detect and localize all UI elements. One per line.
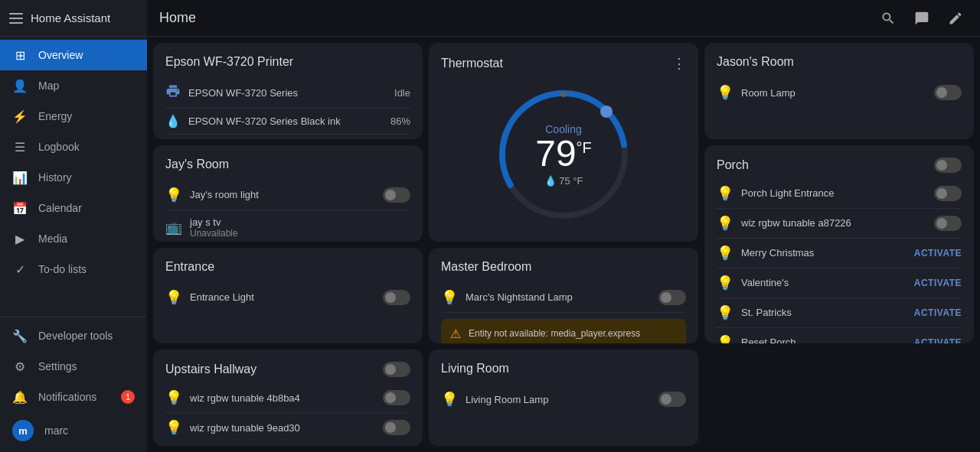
upstairs-light-1-label: wiz rgbw tunable 9ead30	[190, 422, 383, 434]
jasons-room-card: Jason's Room 💡 Room Lamp	[704, 43, 974, 139]
content-grid: Epson WF-3720 Printer EPSON WF-3720 Seri…	[147, 37, 980, 452]
living-light-toggle[interactable]	[658, 392, 686, 407]
chat-icon[interactable]	[910, 6, 934, 31]
sidebar-item-user[interactable]: m marc	[0, 412, 147, 449]
sidebar-item-label: History	[38, 171, 72, 184]
porch-light-1-toggle[interactable]	[934, 216, 962, 231]
bulb-icon-1: 💡	[717, 215, 733, 232]
sidebar-item-history[interactable]: 📊 History	[0, 162, 147, 193]
living-room-light-row-0: 💡 Living Room Lamp	[441, 385, 686, 414]
living-bulb-icon: 💡	[441, 391, 458, 408]
porch-light-5-activate[interactable]: ACTIVATE	[914, 337, 962, 344]
porch-light-row-0: 💡 Porch Light Entrance	[717, 179, 962, 209]
bulb-icon-4: 💡	[717, 304, 733, 321]
master-light-toggle[interactable]	[658, 290, 686, 305]
notifications-icon: 🔔	[12, 389, 28, 405]
thermostat-unit: °F	[577, 139, 592, 156]
notification-badge: 1	[121, 390, 135, 404]
nav-items: ⊞ Overview 👤 Map ⚡ Energy ☰ Logbook 📊 Hi…	[0, 37, 147, 317]
sidebar-item-energy[interactable]: ⚡ Energy	[0, 101, 147, 132]
porch-light-1-label: wiz rgbw tunable a87226	[741, 217, 934, 229]
jays-tv-status: Unavailable	[190, 228, 410, 239]
sidebar-item-todo[interactable]: ✓ To-do lists	[0, 254, 147, 285]
jasons-room-title: Jason's Room	[717, 55, 962, 69]
thermostat-header: Thermostat ⋮	[441, 55, 686, 72]
sidebar-bottom: 🔧 Developer tools ⚙ Settings 🔔 Notificat…	[0, 317, 147, 452]
master-bedroom-title: Master Bedroom	[441, 260, 686, 274]
bulb-icon-0: 💡	[717, 185, 733, 202]
sidebar-item-developer[interactable]: 🔧 Developer tools	[0, 320, 147, 351]
porch-light-5-label: Reset Porch	[741, 337, 914, 343]
upstairs-light-row-1: 💡 wiz rgbw tunable 9ead30	[165, 413, 410, 442]
porch-light-4-activate[interactable]: ACTIVATE	[914, 307, 962, 318]
upstairs-bulb-0: 💡	[165, 389, 182, 406]
porch-light-0-toggle[interactable]	[934, 186, 962, 201]
history-icon: 📊	[12, 170, 28, 185]
living-room-title: Living Room	[441, 362, 686, 376]
alert-text: Entity not available: media_player.expre…	[469, 328, 640, 339]
porch-light-3-activate[interactable]: ACTIVATE	[914, 278, 962, 288]
topbar: Home	[147, 0, 980, 37]
settings-icon: ⚙	[12, 359, 28, 374]
thermostat-inner: Cooling 79°F 💧 75 °F	[535, 123, 592, 187]
jays-room-card: Jay's Room 💡 Jay's room light 📺 jay s tv…	[153, 145, 423, 242]
sidebar-item-notifications[interactable]: 🔔 Notifications 1	[0, 382, 147, 412]
thermostat-card: Thermostat ⋮ Cooling 79°F	[429, 43, 698, 242]
sidebar-item-media[interactable]: ▶ Media	[0, 223, 147, 254]
sidebar-item-overview[interactable]: ⊞ Overview	[0, 40, 147, 70]
upstairs-light-0-toggle[interactable]	[383, 390, 410, 405]
porch-light-0-label: Porch Light Entrance	[741, 187, 934, 199]
porch-light-row-2: 💡 Merry Christmas ACTIVATE	[717, 239, 962, 268]
bulb-icon: 💡	[717, 84, 733, 101]
sidebar: Home Assistant ⊞ Overview 👤 Map ⚡ Energy…	[0, 0, 147, 452]
overview-icon: ⊞	[12, 47, 28, 63]
svg-point-3	[560, 91, 567, 97]
bulb-icon-3: 💡	[717, 275, 733, 291]
thermostat-target: 💧 75 °F	[535, 175, 592, 187]
living-light-label: Living Room Lamp	[466, 394, 658, 405]
sidebar-item-label: Media	[38, 233, 67, 245]
upstairs-hallway-title: Upstairs Hallway	[165, 363, 256, 376]
porch-light-row-4: 💡 St. Patricks ACTIVATE	[717, 298, 962, 328]
upstairs-light-1-toggle[interactable]	[383, 420, 410, 435]
entrance-light-toggle[interactable]	[383, 290, 410, 305]
sidebar-item-settings[interactable]: ⚙ Settings	[0, 351, 147, 382]
upstairs-master-toggle[interactable]	[383, 362, 410, 377]
sidebar-item-label: Calendar	[38, 202, 82, 214]
sidebar-item-label: To-do lists	[38, 263, 87, 275]
todo-icon: ✓	[12, 262, 28, 277]
sidebar-item-logbook[interactable]: ☰ Logbook	[0, 132, 147, 162]
porch-light-2-activate[interactable]: ACTIVATE	[914, 248, 962, 259]
porch-master-toggle[interactable]	[934, 158, 962, 173]
sidebar-item-calendar[interactable]: 📅 Calendar	[0, 193, 147, 223]
master-light-label: Marc's Nightstand Lamp	[466, 291, 658, 303]
bulb-icon: 💡	[165, 187, 182, 203]
thermostat-more-icon[interactable]: ⋮	[672, 55, 686, 72]
room-lamp-toggle[interactable]	[934, 85, 962, 100]
edit-icon[interactable]	[943, 6, 968, 31]
bulb-icon-5: 💡	[717, 334, 733, 344]
printer-row-0: EPSON WF-3720 Series Idle	[165, 78, 410, 109]
upstairs-hallway-card: Upstairs Hallway 💡 wiz rgbw tunable 4b8b…	[153, 350, 423, 446]
porch-light-row-5: 💡 Reset Porch ACTIVATE	[717, 328, 962, 344]
sidebar-item-label: Developer tools	[38, 330, 113, 342]
porch-title: Porch	[717, 158, 749, 172]
entrance-bulb-icon: 💡	[165, 289, 182, 306]
porch-header: Porch	[717, 158, 962, 173]
room-lamp-label: Room Lamp	[741, 87, 934, 99]
sidebar-item-label: Map	[38, 80, 59, 92]
sidebar-item-map[interactable]: 👤 Map	[0, 70, 147, 101]
sidebar-item-label: Notifications	[38, 391, 96, 403]
jays-light-toggle[interactable]	[383, 187, 410, 203]
thermostat-title: Thermostat	[441, 57, 503, 70]
sidebar-item-label: Logbook	[38, 141, 80, 153]
upstairs-light-0-label: wiz rgbw tunable 4b8ba4	[190, 392, 383, 404]
developer-icon: 🔧	[12, 328, 28, 343]
map-icon: 👤	[12, 78, 28, 93]
printer-row-1-label: EPSON WF-3720 Series Black ink	[188, 115, 341, 127]
search-icon[interactable]	[876, 6, 900, 31]
porch-light-3-label: Valentine's	[741, 277, 914, 288]
porch-light-2-label: Merry Christmas	[741, 247, 914, 259]
hamburger-menu[interactable]	[9, 13, 23, 24]
master-bedroom-card: Master Bedroom 💡 Marc's Nightstand Lamp …	[429, 248, 698, 344]
